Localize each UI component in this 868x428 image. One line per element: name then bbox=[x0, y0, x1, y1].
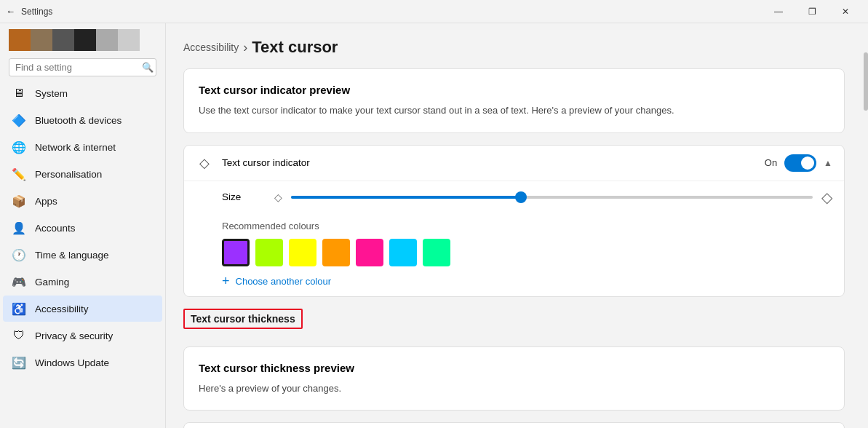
sidebar-item-label-time: Time & language bbox=[35, 250, 109, 261]
thickness-preview-desc: Here's a preview of your changes. bbox=[199, 381, 829, 396]
privacy-icon: 🛡 bbox=[12, 328, 26, 343]
indicator-preview-desc: Use the text cursor indicator to make yo… bbox=[199, 103, 829, 118]
sidebar-item-label-accessibility: Accessibility bbox=[35, 304, 89, 314]
colour-swatch-6[interactable] bbox=[423, 239, 450, 266]
titlebar: ← Settings — ❐ ✕ bbox=[0, 0, 868, 23]
sidebar-top: 🔍 bbox=[0, 23, 165, 79]
size-label: Size bbox=[222, 191, 266, 202]
scrollbar[interactable] bbox=[862, 23, 868, 428]
indicator-toggle[interactable] bbox=[784, 154, 816, 172]
sidebar-item-label-bluetooth: Bluetooth & devices bbox=[35, 115, 122, 126]
search-input[interactable] bbox=[15, 62, 138, 73]
chevron-up-icon[interactable]: ▲ bbox=[824, 158, 832, 168]
sidebar-item-time[interactable]: 🕐Time & language bbox=[3, 242, 162, 268]
colour-swatch-4[interactable] bbox=[356, 239, 383, 266]
time-icon: 🕐 bbox=[12, 247, 26, 262]
indicator-preview-card: Text cursor indicator preview Use the te… bbox=[183, 68, 845, 133]
network-icon: 🌐 bbox=[12, 140, 26, 154]
thickness-preview-card: Text cursor thickness preview Here's a p… bbox=[183, 346, 845, 411]
sidebar-color-swatch bbox=[52, 29, 74, 51]
colour-swatch-2[interactable] bbox=[289, 239, 316, 266]
accessibility-icon: ♿ bbox=[12, 301, 26, 316]
sidebar: 🔍 🖥System🔷Bluetooth & devices🌐Network & … bbox=[0, 23, 166, 428]
scrollbar-thumb[interactable] bbox=[864, 52, 868, 111]
sidebar-item-label-system: System bbox=[35, 88, 68, 99]
breadcrumb-parent[interactable]: Accessibility bbox=[183, 41, 239, 53]
sidebar-color-swatch bbox=[74, 29, 96, 51]
indicator-label: Text cursor indicator bbox=[222, 157, 756, 168]
size-slider-row: Size ◇ ◇ bbox=[184, 181, 844, 213]
plus-icon: + bbox=[222, 274, 230, 289]
sidebar-item-label-network: Network & internet bbox=[35, 142, 116, 153]
minimize-button[interactable]: — bbox=[762, 0, 795, 23]
indicator-toggle-right: On ▲ bbox=[765, 154, 832, 172]
titlebar-title: Settings bbox=[21, 7, 52, 17]
update-icon: 🔄 bbox=[12, 355, 26, 370]
colour-swatch-0[interactable] bbox=[222, 239, 250, 266]
choose-colour-button[interactable]: + Choose another colour bbox=[222, 274, 832, 289]
sidebar-item-label-apps: Apps bbox=[35, 196, 57, 207]
colours-section: Recommended colours + Choose another col… bbox=[184, 213, 844, 296]
sidebar-item-label-privacy: Privacy & security bbox=[35, 330, 113, 341]
indicator-settings-card: ◇ Text cursor indicator On ▲ Size ◇ ◇ bbox=[183, 145, 845, 297]
search-box[interactable]: 🔍 bbox=[9, 58, 156, 76]
sidebar-item-accessibility[interactable]: ♿Accessibility bbox=[3, 296, 162, 322]
sidebar-item-privacy[interactable]: 🛡Privacy & security bbox=[3, 322, 162, 349]
close-button[interactable]: ✕ bbox=[829, 0, 862, 23]
system-icon: 🖥 bbox=[12, 86, 26, 100]
main-content: Accessibility › Text cursor Text cursor … bbox=[166, 23, 862, 428]
breadcrumb: Accessibility › Text cursor bbox=[183, 38, 845, 57]
color-swatch-row bbox=[9, 29, 156, 51]
sidebar-item-apps[interactable]: 📦Apps bbox=[3, 188, 162, 214]
bluetooth-icon: 🔷 bbox=[12, 113, 26, 127]
size-slider-thumb[interactable] bbox=[515, 191, 527, 203]
thickness-section-header: Text cursor thickness bbox=[183, 309, 845, 338]
sidebar-color-swatch bbox=[9, 29, 31, 51]
sidebar-item-label-gaming: Gaming bbox=[35, 277, 69, 288]
size-slider-fill bbox=[291, 196, 526, 199]
accounts-icon: 👤 bbox=[12, 221, 26, 235]
thickness-heading: Text cursor thickness bbox=[183, 309, 303, 329]
nav-list: 🖥System🔷Bluetooth & devices🌐Network & in… bbox=[0, 79, 165, 376]
sidebar-item-system[interactable]: 🖥System bbox=[3, 80, 162, 106]
size-large-icon: ◇ bbox=[821, 189, 832, 206]
indicator-preview-title: Text cursor indicator preview bbox=[199, 84, 829, 96]
sidebar-item-label-personalisation: Personalisation bbox=[35, 169, 102, 180]
indicator-toggle-row: ◇ Text cursor indicator On ▲ bbox=[184, 146, 844, 181]
thickness-preview-title: Text cursor thickness preview bbox=[199, 362, 829, 374]
app-body: 🔍 🖥System🔷Bluetooth & devices🌐Network & … bbox=[0, 23, 868, 428]
size-small-icon: ◇ bbox=[274, 191, 282, 203]
size-slider-track[interactable] bbox=[291, 196, 813, 199]
colour-swatch-5[interactable] bbox=[389, 239, 417, 266]
sidebar-item-personalisation[interactable]: ✏️Personalisation bbox=[3, 161, 162, 187]
breadcrumb-sep: › bbox=[243, 40, 247, 55]
sidebar-item-update[interactable]: 🔄Windows Update bbox=[3, 349, 162, 376]
sidebar-item-label-update: Windows Update bbox=[35, 357, 109, 368]
search-icon: 🔍 bbox=[142, 62, 154, 73]
maximize-button[interactable]: ❐ bbox=[795, 0, 829, 23]
colour-swatch-1[interactable] bbox=[255, 239, 283, 266]
sidebar-color-swatch bbox=[118, 29, 140, 51]
sidebar-color-swatch bbox=[96, 29, 118, 51]
thickness-slider-card: |Ab |Ab bbox=[183, 422, 845, 428]
choose-colour-label: Choose another colour bbox=[236, 276, 332, 287]
sidebar-item-bluetooth[interactable]: 🔷Bluetooth & devices bbox=[3, 107, 162, 133]
sidebar-item-gaming[interactable]: 🎮Gaming bbox=[3, 269, 162, 295]
colours-heading: Recommended colours bbox=[222, 221, 832, 231]
colour-swatches bbox=[222, 239, 832, 266]
cursor-indicator-icon: ◇ bbox=[196, 155, 213, 171]
apps-icon: 📦 bbox=[12, 194, 26, 208]
titlebar-controls: — ❐ ✕ bbox=[762, 0, 862, 23]
sidebar-color-swatch bbox=[31, 29, 52, 51]
sidebar-item-label-accounts: Accounts bbox=[35, 223, 76, 234]
personalisation-icon: ✏️ bbox=[12, 167, 26, 181]
colour-swatch-3[interactable] bbox=[322, 239, 350, 266]
sidebar-item-network[interactable]: 🌐Network & internet bbox=[3, 134, 162, 160]
sidebar-item-accounts[interactable]: 👤Accounts bbox=[3, 215, 162, 241]
toggle-on-label: On bbox=[765, 157, 777, 168]
gaming-icon: 🎮 bbox=[12, 274, 26, 289]
breadcrumb-current: Text cursor bbox=[252, 38, 338, 57]
